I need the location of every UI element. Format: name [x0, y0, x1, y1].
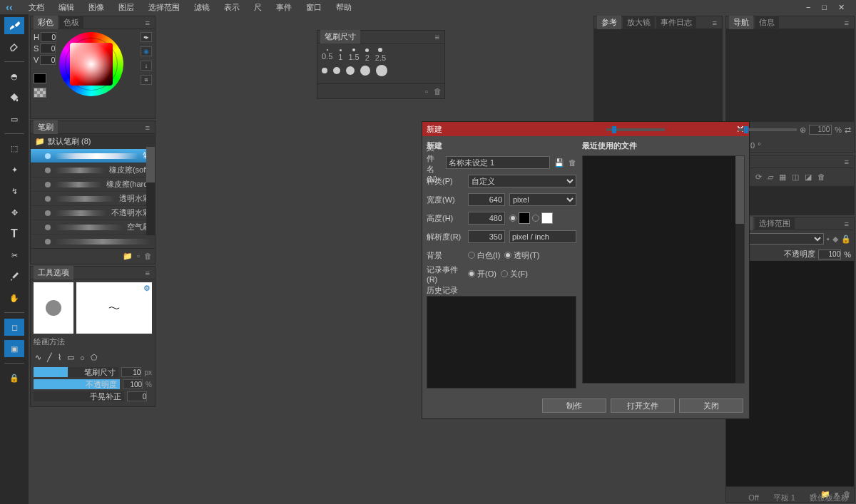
- preset-white[interactable]: [541, 212, 553, 224]
- menu-filter[interactable]: 滤镜: [187, 2, 217, 13]
- brush-size-input[interactable]: [121, 367, 141, 377]
- hand-tool[interactable]: ✋: [4, 289, 24, 307]
- brush-scrollbar[interactable]: [146, 147, 155, 235]
- ruler-menu[interactable]: ≡: [842, 158, 851, 166]
- text-tool[interactable]: T: [4, 225, 24, 242]
- bs-dot-1[interactable]: 1: [338, 49, 342, 61]
- brush-item-0[interactable]: 笔⚙: [31, 149, 155, 163]
- close-button[interactable]: 关闭: [679, 398, 743, 413]
- open-button[interactable]: 打开文件: [611, 398, 675, 413]
- brushsize-menu[interactable]: ≡: [433, 33, 442, 41]
- h-input[interactable]: [41, 32, 56, 42]
- filename-save-icon[interactable]: 💾: [554, 157, 564, 168]
- shape-rect[interactable]: ▭: [67, 353, 74, 362]
- v-input[interactable]: [40, 55, 56, 65]
- menu-layer[interactable]: 图层: [111, 2, 141, 13]
- layer-menu[interactable]: ≡: [842, 220, 851, 228]
- stabilize-input[interactable]: [127, 391, 147, 401]
- color-wheel[interactable]: [59, 32, 123, 96]
- preset-black[interactable]: [519, 212, 530, 224]
- ruler-persp-icon[interactable]: ▱: [768, 173, 773, 182]
- kind-select[interactable]: 自定义: [468, 175, 576, 187]
- brush-item-3[interactable]: 透明水彩: [31, 192, 155, 206]
- eyedropper-tool[interactable]: [4, 268, 24, 285]
- preset-r1[interactable]: [532, 212, 539, 224]
- sphere-tool[interactable]: ◓: [4, 68, 24, 85]
- width-unit[interactable]: pixel: [509, 193, 576, 206]
- bs-dot-9[interactable]: [376, 65, 387, 76]
- bs-dot-2[interactable]: 1.5: [348, 48, 359, 61]
- menu-image[interactable]: 图像: [81, 2, 111, 13]
- layer-clip-icon[interactable]: ▪: [827, 235, 830, 243]
- ref-menu[interactable]: ≡: [710, 19, 719, 27]
- menu-view[interactable]: 表示: [217, 2, 247, 13]
- height-input[interactable]: [468, 212, 505, 225]
- shape-freehand[interactable]: ∿: [35, 353, 41, 362]
- marquee-tool[interactable]: ⬚: [4, 140, 24, 157]
- ruler-curve-icon[interactable]: ⟳: [755, 173, 762, 182]
- brush-item-5[interactable]: 空气刷: [31, 220, 155, 235]
- close-button[interactable]: ✕: [835, 3, 847, 12]
- nav-angle-val[interactable]: 0: [750, 141, 755, 150]
- brush-item-2[interactable]: 橡皮擦(hard): [31, 178, 155, 192]
- brush-item-1[interactable]: 橡皮擦(soft): [31, 163, 155, 178]
- nav-flip-icon[interactable]: ⇄: [845, 125, 851, 135]
- nav-tab[interactable]: 导航: [729, 16, 753, 29]
- wand-tool[interactable]: ✦: [4, 161, 24, 178]
- bg-white-radio[interactable]: 白色(I): [468, 250, 500, 261]
- move-tool[interactable]: ✥: [4, 204, 24, 221]
- brush-tab[interactable]: 笔刷: [34, 120, 58, 134]
- ruler-del-icon[interactable]: 🗑: [817, 173, 825, 182]
- shape-line[interactable]: ╱: [47, 353, 52, 362]
- layer-op-input[interactable]: [818, 250, 841, 259]
- shape-ellipse[interactable]: ○: [80, 354, 85, 362]
- opacity-slider[interactable]: 不透明度: [34, 379, 120, 389]
- brush-panel-menu[interactable]: ≡: [143, 123, 152, 132]
- color-btn2[interactable]: ◉: [141, 46, 152, 56]
- menu-ruler[interactable]: 尺: [247, 2, 269, 13]
- maximize-button[interactable]: □: [819, 3, 830, 12]
- filename-del-icon[interactable]: 🗑: [569, 157, 576, 168]
- brush-size-slider[interactable]: 笔刷尺寸: [34, 367, 118, 377]
- create-button[interactable]: 制作: [542, 398, 606, 413]
- minimize-button[interactable]: −: [803, 3, 813, 12]
- nav-menu[interactable]: ≡: [842, 19, 851, 27]
- brush-item-4[interactable]: 不透明水彩: [31, 206, 155, 220]
- history-box[interactable]: [427, 296, 576, 389]
- brush-delete[interactable]: 🗑: [144, 252, 152, 261]
- shape-curve[interactable]: ⌇: [58, 353, 61, 362]
- brush-new-folder[interactable]: 📁: [123, 252, 133, 261]
- brush-new[interactable]: ▫: [137, 252, 140, 261]
- lasso-tool[interactable]: ↯: [4, 182, 24, 200]
- gear-icon[interactable]: ⚙: [143, 284, 151, 293]
- swatch-tab[interactable]: 色板: [59, 16, 83, 29]
- selection-mode-2[interactable]: ▣: [4, 340, 24, 357]
- eraser-tool[interactable]: [4, 38, 24, 56]
- filename-input[interactable]: [446, 156, 550, 169]
- color-tab[interactable]: 彩色: [34, 16, 58, 29]
- layer-lock-icon[interactable]: 🔒: [841, 235, 851, 244]
- preset-r0[interactable]: [509, 212, 516, 224]
- menu-window[interactable]: 窗口: [299, 2, 329, 13]
- brush-item-6[interactable]: [31, 235, 155, 248]
- toolopts-tab[interactable]: 工具选项: [34, 266, 73, 279]
- menu-edit[interactable]: 编辑: [51, 2, 81, 13]
- menu-event[interactable]: 事件: [269, 2, 299, 13]
- bg-swatch[interactable]: [34, 88, 46, 98]
- zoom-slider[interactable]: [606, 128, 665, 131]
- bs-dot-6[interactable]: [333, 67, 340, 74]
- bs-dot-4[interactable]: 2.5: [375, 48, 386, 62]
- ruler-grid-icon[interactable]: ▦: [779, 173, 786, 182]
- rec-off-radio[interactable]: 关(F): [501, 269, 528, 279]
- shape-poly[interactable]: ⬠: [91, 353, 98, 362]
- brush-tip-preview[interactable]: [34, 282, 73, 334]
- info-tab[interactable]: 信息: [755, 16, 779, 29]
- gradient-tool[interactable]: ▭: [4, 110, 24, 128]
- nav-zoom-slider[interactable]: [738, 128, 797, 131]
- brushsize-tab[interactable]: 笔刷尺寸: [320, 30, 360, 43]
- lock-tool[interactable]: 🔒: [4, 369, 24, 386]
- fg-swatch[interactable]: [34, 73, 46, 83]
- bs-dot-0[interactable]: 0.5: [322, 49, 332, 61]
- brush-tool[interactable]: [4, 17, 24, 34]
- stabilize-slider[interactable]: 手晃补正: [34, 391, 124, 401]
